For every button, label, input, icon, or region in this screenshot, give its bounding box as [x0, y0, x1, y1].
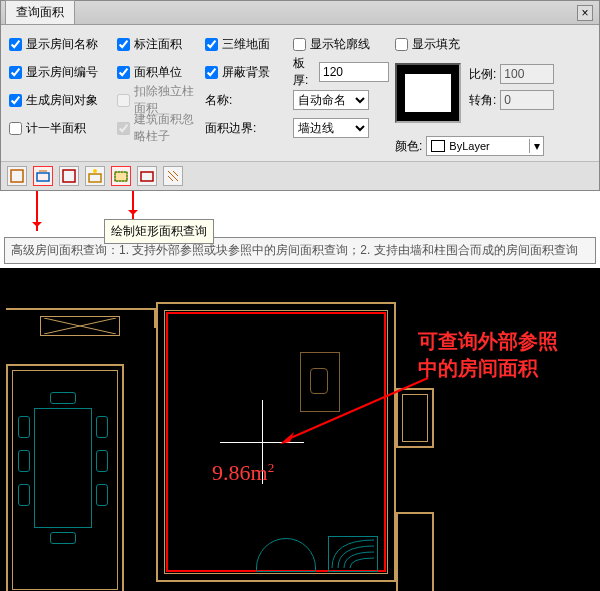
help-text: 高级房间面积查询：1. 支持外部参照或块参照中的房间面积查询；2. 支持由墙和柱…	[4, 237, 596, 264]
arrow-indicator-2	[132, 191, 134, 219]
tab-area-query[interactable]: 查询面积	[5, 0, 75, 24]
label-slab-thick: 板厚:	[293, 55, 315, 89]
label-ratio: 比例:	[469, 66, 496, 83]
annotation-arrow	[280, 376, 430, 446]
svg-rect-3	[89, 174, 101, 182]
chk-3d-floor[interactable]: 三维地面	[205, 35, 287, 53]
input-slab-thick[interactable]	[319, 62, 389, 82]
close-button[interactable]: ×	[577, 5, 593, 21]
annotation-text: 可查询外部参照 中的房间面积	[418, 328, 558, 382]
svg-point-4	[93, 169, 97, 173]
chk-show-room-name[interactable]: 显示房间名称	[9, 35, 111, 53]
chk-show-outline[interactable]: 显示轮廓线	[293, 35, 389, 53]
tool-hatch-area[interactable]	[163, 166, 183, 186]
area-query-panel: 查询面积 × 显示房间名称 显示房间编号 生成房间对象 计一半面积 标注面积 面…	[0, 0, 600, 191]
label-color: 颜色:	[395, 138, 422, 155]
svg-line-10	[286, 378, 428, 440]
cad-viewport[interactable]: 9.86m2 可查询外部参照 中的房间面积	[0, 268, 600, 591]
label-rotation: 转角:	[469, 92, 496, 109]
chk-area-unit[interactable]: 面积单位	[117, 63, 199, 81]
label-area-boundary: 面积边界:	[205, 120, 256, 137]
tool-rect-area[interactable]	[111, 166, 131, 186]
select-color[interactable]: ByLayer▾	[426, 136, 544, 156]
chk-half-area[interactable]: 计一半面积	[9, 119, 111, 137]
select-area-boundary[interactable]: 墙边线	[293, 118, 369, 138]
tool-poly-area[interactable]	[137, 166, 157, 186]
arrow-indicator-1	[36, 191, 38, 231]
toolbar	[1, 161, 599, 190]
svg-rect-2	[63, 170, 75, 182]
select-name[interactable]: 自动命名	[293, 90, 369, 110]
chk-dim-area[interactable]: 标注面积	[117, 35, 199, 53]
chk-ignore-col: 建筑面积忽略柱子	[117, 119, 199, 137]
titlebar: 查询面积 ×	[1, 1, 599, 25]
svg-rect-5	[115, 172, 127, 181]
chk-show-fill[interactable]: 显示填充	[395, 35, 591, 53]
tooltip-rect-area: 绘制矩形面积查询	[104, 219, 214, 244]
tool-balcony-area[interactable]	[85, 166, 105, 186]
svg-rect-0	[11, 170, 23, 182]
tool-advanced-room-area[interactable]	[33, 166, 53, 186]
area-value: 9.86m2	[212, 460, 274, 486]
chk-mask-bg[interactable]: 屏蔽背景	[205, 63, 287, 81]
fill-preview	[395, 63, 461, 123]
svg-rect-1	[37, 173, 49, 181]
tool-room-area[interactable]	[7, 166, 27, 186]
chk-gen-room-obj[interactable]: 生成房间对象	[9, 91, 111, 109]
label-name: 名称:	[205, 92, 232, 109]
tool-closed-area[interactable]	[59, 166, 79, 186]
input-ratio	[500, 64, 554, 84]
chk-deduct-col: 扣除独立柱面积	[117, 91, 199, 109]
svg-rect-7	[141, 172, 153, 181]
chk-show-room-number[interactable]: 显示房间编号	[9, 63, 111, 81]
input-rotation	[500, 90, 554, 110]
